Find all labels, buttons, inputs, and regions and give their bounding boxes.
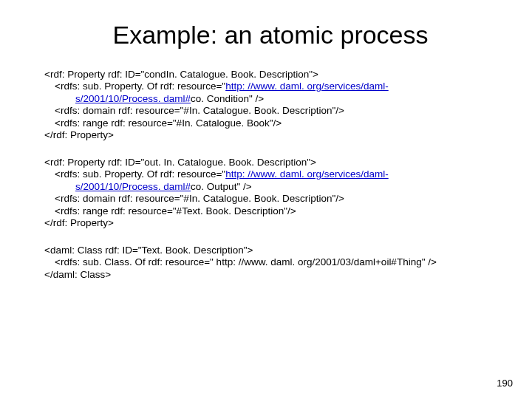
line: <rdf: Property rdf: ID="out. In. Catalog… xyxy=(44,157,497,168)
slide: Example: an atomic process <rdf: Propert… xyxy=(0,0,532,399)
line: <daml: Class rdf: ID="Text. Book. Descri… xyxy=(44,245,497,256)
hyperlink[interactable]: http: //www. daml. org/services/daml- xyxy=(225,168,389,180)
line: <rdfs: sub. Property. Of rdf: resource="… xyxy=(44,81,497,92)
text: <rdfs: sub. Property. Of rdf: resource=" xyxy=(55,81,225,92)
slide-title: Example: an atomic process xyxy=(44,21,497,50)
line: <rdf: Property rdf: ID="condIn. Catalogu… xyxy=(44,69,497,81)
hyperlink[interactable]: http: //www. daml. org/services/daml- xyxy=(225,81,389,92)
hyperlink[interactable]: s/2001/10/Process. daml# xyxy=(75,93,191,104)
line: <rdfs: sub. Property. Of rdf: resource="… xyxy=(44,168,497,180)
code-block-2: <rdf: Property rdf: ID="out. In. Catalog… xyxy=(44,157,497,230)
line: </rdf: Property> xyxy=(44,129,497,141)
line: </rdf: Property> xyxy=(44,217,497,229)
text: In. Catalogue. Book. Description"> xyxy=(166,69,318,80)
text: <rdfs: sub. Property. Of rdf: resource=" xyxy=(55,168,225,180)
text: co. Output" /> xyxy=(191,181,251,192)
page-number: 190 xyxy=(497,378,513,389)
line: <rdfs: domain rdf: resource="#In. Catalo… xyxy=(44,105,497,117)
line: <rdfs: range rdf: resource="#In. Catalog… xyxy=(44,117,497,129)
hyperlink[interactable]: s/2001/10/Process. daml# xyxy=(75,181,191,192)
line: </daml: Class> xyxy=(44,269,497,281)
line: <rdfs: range rdf: resource="#Text. Book.… xyxy=(44,205,497,217)
line: <rdfs: domain rdf: resource="#In. Catalo… xyxy=(44,193,497,205)
line: s/2001/10/Process. daml#co. Condition" /… xyxy=(44,93,497,105)
line: <rdfs: sub. Class. Of rdf: resource=" ht… xyxy=(44,256,497,268)
text: co. Condition" /> xyxy=(191,93,264,104)
code-block-3: <daml: Class rdf: ID="Text. Book. Descri… xyxy=(44,245,497,281)
text: <rdf: Property rdf: ID="cond xyxy=(44,69,166,80)
code-block-1: <rdf: Property rdf: ID="condIn. Catalogu… xyxy=(44,69,497,142)
line: s/2001/10/Process. daml#co. Output" /> xyxy=(44,181,497,193)
